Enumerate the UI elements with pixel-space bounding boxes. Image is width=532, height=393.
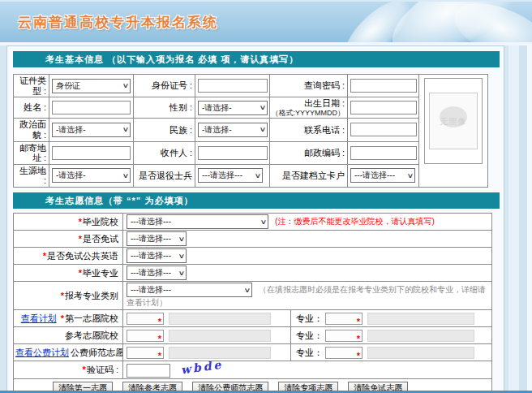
chevron-down-icon: ∨ [255, 172, 262, 179]
exempt-english-label: *是否免试公共英语 [14, 248, 123, 265]
grad-school-select[interactable]: ---请选择--- ∨ [127, 214, 268, 229]
registered-poverty-label: 是否建档立卡户 [270, 164, 348, 187]
app-header: 云南普通高校专升本报名系统 [0, 0, 532, 42]
query-password-input[interactable] [350, 79, 417, 93]
public-funded-major-label: 专业： [296, 347, 323, 359]
id-number-input[interactable] [198, 79, 268, 93]
gender-value: -请选择- [202, 102, 232, 114]
first-choice-school-display [169, 313, 271, 325]
required-star: * [61, 291, 64, 300]
birth-date-input[interactable] [350, 101, 417, 114]
name-label: 姓名 : [14, 97, 49, 119]
recipient-label: 收件人 : [134, 141, 195, 164]
public-funded-choice-label: 查看公费计划公费师范志愿院校 [14, 344, 123, 361]
reference-choice-label: 参考志愿院校 [14, 327, 123, 344]
political-status-label: 政治面貌 : [14, 119, 49, 141]
ethnicity-value: -请选择- [202, 124, 232, 136]
table-row: 参考志愿院校 * 专业： * [14, 327, 492, 344]
table-row: *毕业院校 ---请选择--- ∨ (注：缴费后不能更改毕业院校，请认真填写) [14, 214, 492, 231]
cert-type-label: 证件类型 : [14, 75, 49, 97]
apply-category-label: *报考专业类别 [14, 282, 123, 310]
required-star: * [357, 351, 360, 361]
apply-category-value: ---请选择--- [131, 284, 171, 296]
table-row: *验证码 : wbde [14, 361, 492, 379]
captcha-code: wbde [180, 361, 224, 377]
chevron-down-icon: ∨ [122, 172, 130, 179]
ethnicity-label: 民族 : [134, 119, 195, 141]
veteran-select[interactable]: ---请选择--- ∨ [198, 168, 263, 183]
captcha-input[interactable] [127, 364, 170, 378]
recipient-input[interactable] [198, 146, 268, 160]
basic-info-table: 证件类型 : 身份证 ∨ 身份证号 : 查询密码 : 无照像 [13, 74, 488, 188]
table-row: 查看计划 *第一志愿院校 * 专业： * [14, 310, 492, 327]
chevron-down-icon: ∨ [178, 270, 186, 277]
apply-category-select[interactable]: ---请选择--- ∨ [127, 283, 252, 297]
origin-place-select[interactable]: -请选择- ∨ [52, 168, 131, 183]
required-star: * [79, 268, 82, 278]
table-row: *是否免试 ---请选择--- ∨ [14, 231, 492, 248]
chevron-down-icon: ∨ [244, 287, 251, 294]
exempt-english-select[interactable]: ---请选择--- ∨ [127, 248, 187, 263]
ethnicity-select[interactable]: -请选择- ∨ [198, 123, 268, 137]
origin-place-label: 生源地 : [14, 164, 49, 187]
table-row: *是否免试公共英语 ---请选择--- ∨ [14, 248, 492, 265]
postal-code-label: 邮政编码 : [270, 141, 348, 164]
chevron-down-icon: ∨ [260, 104, 267, 111]
phone-input[interactable] [350, 123, 417, 136]
volunteer-section-header: 考生志愿信息（带 “*” 为必填项） [13, 192, 500, 209]
required-star: * [357, 317, 360, 326]
background-stripe [519, 45, 527, 391]
origin-place-value: -请选择- [56, 170, 86, 181]
reference-choice-major-label: 专业： [296, 330, 323, 342]
table-row: *报考专业类别 ---请选择--- ∨ （在填报志愿时必须是在报考专业类别下的院… [14, 282, 492, 310]
mail-address-input[interactable] [52, 146, 131, 160]
gender-label: 性别 : [134, 97, 195, 119]
photo-cell: 无照像 [419, 75, 488, 188]
basic-info-section-header: 考生基本信息 （以下输入项为报名 必填 项，请认真填写） [13, 51, 500, 67]
page-title: 云南普通高校专升本报名系统 [18, 13, 218, 32]
view-public-funded-plan-link[interactable]: 查看公费计划 [15, 348, 69, 357]
exempt-test-select[interactable]: ---请选择--- ∨ [127, 231, 187, 246]
exempt-test-label: *是否免试 [14, 231, 123, 248]
public-funded-major-display [367, 347, 474, 359]
chevron-down-icon: ∨ [122, 126, 130, 133]
reference-choice-school-display [169, 330, 271, 342]
table-row: 姓名 : 性别 : -请选择- ∨ 出生日期 : （格式:YYYYMMDD） [14, 97, 488, 119]
table-row: 邮寄地址 : 收件人 : 邮政编码 : [14, 141, 488, 164]
chevron-down-icon: ∨ [407, 172, 414, 179]
first-choice-label: 查看计划 *第一志愿院校 [14, 310, 123, 327]
query-password-label: 查询密码 : [270, 75, 348, 97]
chevron-down-icon: ∨ [260, 218, 268, 226]
table-row: 生源地 : -请选择- ∨ 是否退役士兵 ---请选择--- ∨ 是否建档立卡户 [14, 164, 488, 187]
grad-major-select[interactable]: ---请选择--- ∨ [127, 266, 187, 280]
volunteer-table: *毕业院校 ---请选择--- ∨ (注：缴费后不能更改毕业院校，请认真填写) … [13, 213, 492, 393]
first-choice-major-display [367, 313, 474, 325]
form-panel: 考生基本信息 （以下输入项为报名 必填 项，请认真填写） 证件类型 : 身份证 … [6, 45, 504, 393]
table-row: 证件类型 : 身份证 ∨ 身份证号 : 查询密码 : 无照像 [14, 75, 488, 97]
page: 云南普通高校专升本报名系统 考生基本信息 （以下输入项为报名 必填 项，请认真填… [0, 0, 532, 393]
postal-code-input[interactable] [350, 146, 417, 160]
id-number-label: 身份证号 : [134, 75, 195, 97]
exempt-english-value: ---请选择--- [131, 250, 171, 261]
registered-poverty-value: ---请选择--- [354, 170, 395, 181]
view-plan-link[interactable]: 查看计划 [21, 313, 57, 323]
table-row: 政治面貌 : -请选择- ∨ 民族 : -请选择- ∨ 联系电话 : [14, 119, 488, 141]
required-star: * [158, 334, 161, 343]
registered-poverty-select[interactable]: ---请选择--- ∨ [350, 168, 415, 183]
required-star: * [61, 313, 64, 323]
required-star: * [357, 334, 360, 343]
cert-type-value: 身份证 [56, 80, 80, 92]
political-status-value: -请选择- [56, 124, 86, 136]
required-star: * [79, 234, 82, 244]
cert-type-select[interactable]: 身份证 ∨ [52, 79, 131, 93]
birth-date-format-hint: （格式:YYYYMMDD） [271, 109, 345, 117]
required-star: * [158, 317, 161, 326]
gender-select[interactable]: -请选择- ∨ [198, 101, 268, 115]
table-row: *毕业专业 ---请选择--- ∨ [14, 265, 492, 282]
political-status-select[interactable]: -请选择- ∨ [52, 123, 131, 137]
no-photo-label: 无照像 [430, 116, 477, 127]
required-star: * [83, 365, 86, 374]
background-stripe [508, 45, 519, 391]
chevron-down-icon: ∨ [178, 253, 186, 260]
name-input[interactable] [52, 101, 131, 114]
